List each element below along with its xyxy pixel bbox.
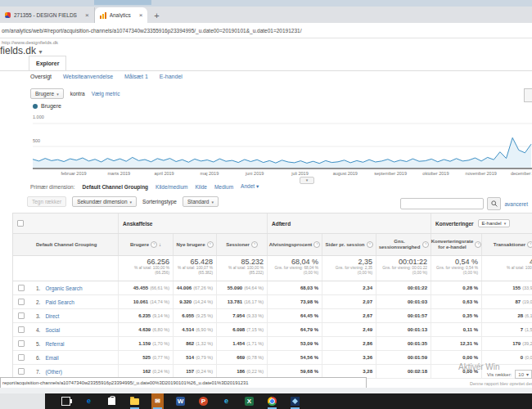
store-button[interactable] — [106, 393, 118, 409]
window-top-strip — [0, 0, 532, 7]
metric-cell: 10.061(14,74 %) — [118, 295, 173, 308]
table-search: avanceret — [400, 197, 528, 210]
excel-button[interactable]: X — [243, 393, 255, 409]
property-selector[interactable]: fields.dk ▾ — [0, 45, 42, 56]
primary-dimension-label: Primær dimension: — [30, 184, 75, 190]
x-axis-label: marts 2019 — [108, 171, 131, 176]
chart-legend: Brugere — [33, 103, 61, 109]
metric-cell: 1.159(1,70 %) — [118, 337, 173, 350]
secondary-dimension-button[interactable]: Sekundær dimension▾ — [72, 196, 137, 207]
col-transaktioner[interactable]: Transaktioner? — [481, 234, 532, 255]
help-icon[interactable]: ? — [313, 241, 320, 248]
metric-cell: 64,45 % — [267, 309, 322, 322]
tab-explorer[interactable]: Explorer — [29, 56, 66, 70]
browser-tab-analytics[interactable]: Analytics × — [95, 7, 148, 23]
rows-per-page-dropdown[interactable]: 10▾ — [515, 370, 532, 379]
subtab-oversigt[interactable]: Oversigt — [30, 74, 52, 79]
channel-link[interactable]: Direct — [45, 313, 59, 319]
col-sessioner[interactable]: Sessioner? — [216, 234, 267, 255]
col-brugere[interactable]: Brugere?↓ — [118, 234, 173, 255]
col-default-channel-grouping[interactable]: Default Channel Grouping — [29, 234, 118, 255]
new-tab-button[interactable]: + — [147, 11, 165, 23]
dimension-kilde[interactable]: Kilde — [195, 184, 206, 190]
timeline-slider-handle[interactable]: ▾ — [300, 177, 314, 184]
dimension-default-channel-grouping[interactable]: Default Channel Grouping — [83, 184, 149, 190]
channel-link[interactable]: Referral — [45, 341, 64, 347]
dimension-andet[interactable]: Andet ▾ — [241, 183, 259, 190]
chart-interval-button[interactable] — [524, 88, 532, 102]
advanced-link[interactable]: avanceret — [504, 201, 528, 207]
help-icon[interactable]: ? — [367, 241, 373, 248]
channel-link[interactable]: Email — [45, 355, 58, 361]
search-input[interactable] — [400, 198, 484, 209]
help-icon[interactable]: ? — [151, 241, 157, 248]
row-checkbox[interactable] — [18, 354, 25, 361]
x-axis-label: april 2019 — [155, 171, 174, 176]
search-button[interactable] — [487, 197, 501, 210]
powerpoint-button[interactable]: P — [197, 393, 210, 409]
explorer-subnav: Oversigt Websiteanvendelse Målsæt 1 E-ha… — [30, 74, 183, 79]
metric-cell: 2,34 — [322, 281, 376, 294]
select-metric-link[interactable]: Vælg metric — [92, 91, 120, 97]
row-number: 5. — [36, 341, 40, 347]
row-checkbox[interactable] — [18, 340, 25, 347]
subtab-websiteanvendelse[interactable]: Websiteanvendelse — [63, 74, 113, 79]
chrome-button[interactable] — [266, 393, 278, 409]
channel-link[interactable]: Paid Search — [45, 299, 74, 305]
app-button[interactable] — [289, 393, 301, 409]
col-afvisningsprocent[interactable]: Afvisningsprocent? — [267, 234, 322, 255]
channel-cell: 4.Social — [29, 323, 118, 336]
metric-cell: 3,36 — [322, 351, 376, 364]
row-checkbox[interactable] — [18, 368, 25, 375]
channel-cell: 3.Direct — [29, 309, 118, 322]
browser-tab-design-fields[interactable]: 271355 - DESIGN FIELDS × — [0, 7, 95, 23]
internet-explorer-button[interactable]: e — [220, 393, 232, 409]
internet-explorer-icon: e — [224, 398, 228, 405]
row-checkbox[interactable] — [18, 312, 25, 319]
help-icon[interactable]: ? — [422, 241, 429, 248]
col-gns-sessionsvarighed[interactable]: Gns. sessionsvarighed? — [376, 234, 431, 255]
select-all-checkbox[interactable] — [17, 220, 24, 227]
col-nye-brugere[interactable]: Nye brugere? — [173, 234, 216, 255]
edge-icon: e — [87, 398, 91, 405]
dimension-kilde-medium[interactable]: Kilde/medium — [156, 184, 187, 190]
subtab-ehandel[interactable]: E-handel — [160, 74, 183, 79]
metric-dropdown[interactable]: Brugere▾ — [30, 88, 64, 99]
row-checkbox[interactable] — [18, 285, 25, 291]
task-view-button[interactable] — [60, 393, 72, 409]
table-column-headers: Default Channel Grouping Brugere?↓ Nye b… — [13, 234, 532, 256]
sort-type-dropdown[interactable]: Standard▾ — [183, 196, 219, 207]
metric-cell: 0,28 % — [431, 281, 481, 294]
chevron-down-icon: ▾ — [56, 92, 59, 97]
word-button[interactable]: W — [174, 393, 187, 409]
col-konverteringsrate[interactable]: Konverteringsrate for e-handel? — [431, 234, 481, 255]
metric-cell: 157(0,24 %) — [173, 365, 216, 378]
outlook-button[interactable]: ✉ — [151, 393, 164, 409]
chrome-icon — [268, 397, 277, 406]
col-sider-pr-session[interactable]: Sider pr. session? — [322, 234, 376, 255]
chart-x-axis — [33, 168, 532, 169]
help-icon[interactable]: ? — [251, 241, 258, 248]
metric-cell: 00:02:18 — [376, 365, 431, 378]
help-icon[interactable]: ? — [527, 241, 532, 248]
file-explorer-button[interactable] — [128, 393, 141, 409]
conversions-type-dropdown[interactable]: E-handel▾ — [478, 219, 511, 227]
total-cell: 85.232% af total: 100,00 %(85.232) — [216, 256, 267, 281]
row-checkbox[interactable] — [18, 299, 25, 305]
tab-close-icon[interactable]: × — [139, 11, 143, 19]
row-checkbox[interactable] — [18, 326, 25, 333]
metric-cell: 55.090(64,64 %) — [216, 281, 267, 294]
subtab-maalsaet[interactable]: Målsæt 1 — [124, 74, 148, 79]
dimension-medium[interactable]: Medium — [214, 184, 233, 190]
tab-close-icon[interactable]: × — [85, 11, 89, 19]
address-bar[interactable]: om/analytics/web/#/report/acquisition-ch… — [0, 23, 532, 38]
edge-button[interactable]: e — [83, 393, 95, 409]
metric-cell: 0,11 % — [431, 323, 481, 336]
channel-cell: 7.(Other) — [29, 365, 118, 378]
total-cell: 66.256% af total: 100,00 %(66.256) — [118, 256, 173, 281]
channel-link[interactable]: (Other) — [45, 369, 62, 375]
file-explorer-icon — [130, 398, 139, 405]
channel-link[interactable]: Organic Search — [45, 285, 82, 291]
channel-link[interactable]: Social — [45, 327, 60, 333]
help-icon[interactable]: ? — [207, 241, 214, 248]
